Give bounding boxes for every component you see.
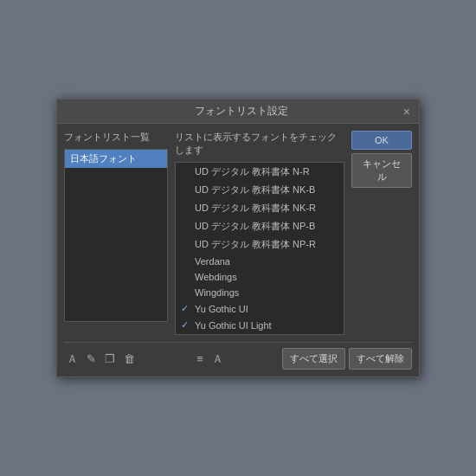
bottom-row: Ａ ✎ ❐ 🗑 ≡ Ａ すべて選択 すべて解除 — [64, 342, 412, 370]
deselect-all-button[interactable]: すべて解除 — [349, 348, 412, 370]
check-mark: ✓ — [181, 303, 191, 314]
font-category-list[interactable]: 日本語フォント — [64, 149, 168, 322]
list-item[interactable]: UD デジタル 教科書体 NK-B — [176, 181, 344, 199]
center-panel: リストに表示するフォントをチェックします UD デジタル 教科書体 N-RUD … — [175, 131, 344, 335]
list-item[interactable]: Verdana — [176, 254, 344, 269]
text-icon-button[interactable]: Ａ — [64, 350, 80, 369]
center-description: リストに表示するフォントをチェックします — [175, 131, 344, 157]
check-mark: ✓ — [181, 319, 191, 331]
list-item[interactable]: Wingdings — [176, 285, 344, 300]
right-buttons: OK キャンセル — [351, 131, 412, 188]
font-name-label: Wingdings — [195, 287, 239, 298]
dialog-body: フォントリスト一覧 日本語フォント リストに表示するフォントをチェックします U… — [57, 124, 419, 376]
left-panel: フォントリスト一覧 日本語フォント — [64, 131, 168, 322]
left-panel-label: フォントリスト一覧 — [64, 131, 168, 144]
font-name-label: UD デジタル 教科書体 NK-B — [195, 183, 315, 196]
dialog-title: フォントリスト設定 — [81, 104, 402, 119]
close-button[interactable]: × — [402, 106, 412, 118]
list-item[interactable]: UD デジタル 教科書体 NP-B — [176, 217, 344, 235]
list-item[interactable]: UD デジタル 教科書体 NP-R — [176, 235, 344, 254]
font-list[interactable]: UD デジタル 教科書体 N-RUD デジタル 教科書体 NK-BUD デジタル… — [175, 162, 344, 335]
font-name-label: UD デジタル 教科書体 NP-B — [195, 220, 315, 233]
copy-icon-button[interactable]: ❐ — [102, 351, 118, 367]
ok-button[interactable]: OK — [351, 131, 412, 150]
top-row: フォントリスト一覧 日本語フォント リストに表示するフォントをチェックします U… — [64, 131, 412, 335]
font-name-label: Yu Gothic UI — [195, 304, 248, 314]
delete-icon-button[interactable]: 🗑 — [121, 351, 138, 367]
list-item[interactable]: Webdings — [176, 269, 344, 285]
list-item[interactable]: ✓Yu Gothic UI Semibold — [176, 333, 344, 335]
list-item[interactable]: ✓Yu Gothic UI — [176, 300, 344, 317]
bottom-right-buttons: すべて選択 すべて解除 — [282, 348, 412, 370]
list-item[interactable]: UD デジタル 教科書体 NK-R — [176, 199, 344, 217]
select-all-button[interactable]: すべて選択 — [282, 348, 345, 370]
edit-icon-button[interactable]: ✎ — [84, 351, 99, 367]
title-bar: フォントリスト設定 × — [57, 100, 419, 124]
list-item[interactable]: 日本語フォント — [65, 150, 167, 168]
font-name-label: UD デジタル 教科書体 N-R — [195, 165, 310, 178]
font-name-label: UD デジタル 教科書体 NP-R — [195, 238, 316, 251]
list-item[interactable]: UD デジタル 教科書体 N-R — [176, 163, 344, 181]
font-name-label: Yu Gothic UI Light — [195, 320, 272, 331]
bottom-center-icons: ≡ Ａ — [194, 350, 226, 369]
bottom-left-icons: Ａ ✎ ❐ 🗑 — [64, 350, 138, 369]
font-list-dialog: フォントリスト設定 × フォントリスト一覧 日本語フォント リストに表示するフォ… — [56, 99, 420, 377]
font-name-label: UD デジタル 教科書体 NK-R — [195, 202, 316, 215]
list-icon-button[interactable]: ≡ — [194, 351, 206, 367]
font-name-label: Verdana — [195, 256, 230, 267]
font-name-label: Webdings — [195, 272, 237, 282]
sort-icon-button[interactable]: Ａ — [209, 350, 226, 369]
cancel-button[interactable]: キャンセル — [351, 153, 412, 188]
list-item[interactable]: ✓Yu Gothic UI Light — [176, 317, 344, 333]
